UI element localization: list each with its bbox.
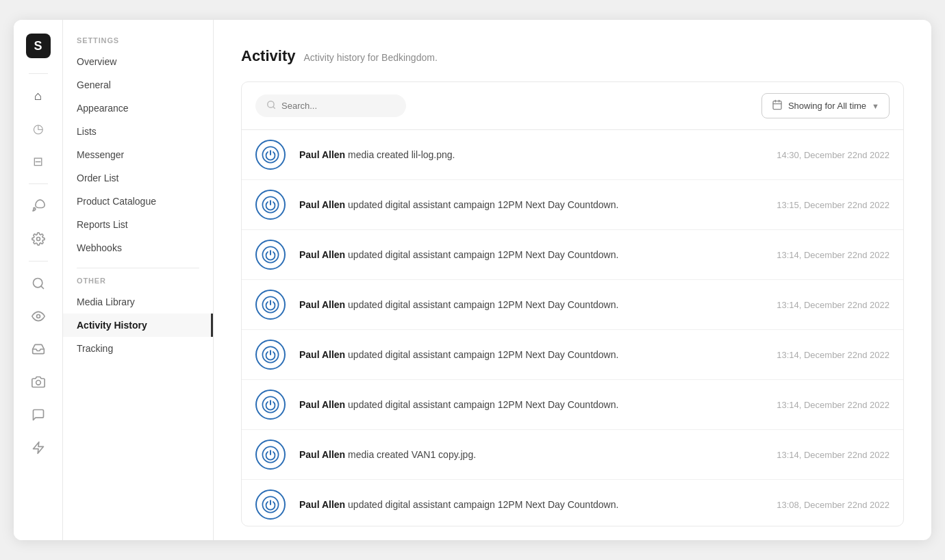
activity-user: Paul Allen	[299, 249, 345, 260]
activity-row: Paul Allen updated digital assistant cam…	[242, 480, 903, 526]
activity-time: 13:14, December 22nd 2022	[777, 300, 890, 310]
activity-row: Paul Allen updated digital assistant cam…	[242, 380, 903, 430]
activity-time: 13:15, December 22nd 2022	[777, 200, 890, 210]
rocket-icon[interactable]	[25, 192, 52, 220]
activity-avatar	[255, 340, 286, 370]
gear-icon[interactable]	[25, 225, 52, 253]
activity-text: Paul Allen updated digital assistant cam…	[299, 249, 763, 260]
clock-icon[interactable]: ◷	[25, 115, 52, 142]
page-header: Activity Activity history for Bedkingdom…	[241, 47, 904, 65]
page-title: Activity	[241, 47, 295, 65]
svg-point-3	[36, 315, 40, 318]
other-section-label: OTHER	[63, 277, 213, 290]
activity-action: updated digital assistant campaign 12PM …	[345, 349, 618, 360]
activity-user: Paul Allen	[299, 449, 345, 460]
activity-time: 14:30, December 22nd 2022	[777, 150, 890, 160]
activity-list: Paul Allen media created lil-log.png. 14…	[242, 130, 903, 526]
sidebar-item-activity-history[interactable]: Activity History	[63, 314, 213, 337]
rail-divider-1	[29, 73, 48, 74]
sidebar-item-reports-list[interactable]: Reports List	[63, 213, 213, 236]
activity-avatar	[255, 240, 286, 270]
chat-icon[interactable]	[25, 401, 52, 429]
activity-row: Paul Allen media created lil-log.png. 14…	[242, 130, 903, 180]
camera-icon[interactable]	[25, 368, 52, 396]
content-card: Showing for All time ▼ Paul Allen media …	[241, 81, 904, 526]
svg-rect-8	[773, 101, 781, 110]
svg-point-0	[36, 238, 40, 241]
stack-icon[interactable]: ⊟	[25, 148, 52, 175]
filter-button[interactable]: Showing for All time ▼	[761, 93, 890, 118]
svg-line-2	[40, 286, 43, 289]
sidebar-item-product-catalogue[interactable]: Product Catalogue	[63, 190, 213, 213]
sidebar: SETTINGS Overview General Appearance Lis…	[63, 20, 214, 540]
activity-text: Paul Allen updated digital assistant cam…	[299, 199, 763, 210]
activity-row: Paul Allen updated digital assistant cam…	[242, 330, 903, 380]
activity-action: updated digital assistant campaign 12PM …	[345, 299, 618, 310]
activity-avatar	[255, 440, 286, 470]
sidebar-item-messenger[interactable]: Messenger	[63, 143, 213, 166]
activity-user: Paul Allen	[299, 399, 345, 410]
chevron-down-icon: ▼	[872, 102, 879, 110]
settings-section-label: SETTINGS	[63, 36, 213, 50]
activity-action: updated digital assistant campaign 12PM …	[345, 399, 618, 410]
home-icon[interactable]: ⌂	[25, 82, 52, 110]
activity-time: 13:14, December 22nd 2022	[777, 350, 890, 360]
activity-avatar	[255, 290, 286, 320]
sidebar-separator	[77, 268, 199, 268]
activity-action: updated digital assistant campaign 12PM …	[345, 199, 618, 210]
activity-text: Paul Allen media created lil-log.png.	[299, 149, 763, 160]
activity-row: Paul Allen updated digital assistant cam…	[242, 230, 903, 280]
icon-rail: S ⌂ ◷ ⊟	[14, 20, 63, 540]
activity-user: Paul Allen	[299, 299, 345, 310]
activity-time: 13:14, December 22nd 2022	[777, 400, 890, 410]
activity-avatar	[255, 140, 286, 170]
sidebar-item-lists[interactable]: Lists	[63, 120, 213, 143]
sidebar-item-general[interactable]: General	[63, 73, 213, 97]
rail-divider-3	[29, 261, 48, 262]
activity-text: Paul Allen updated digital assistant cam…	[299, 349, 763, 360]
activity-row: Paul Allen media created VAN1 copy.jpg. …	[242, 430, 903, 480]
svg-point-4	[36, 381, 40, 385]
svg-marker-5	[33, 442, 43, 454]
sidebar-item-order-list[interactable]: Order List	[63, 166, 213, 190]
sidebar-item-webhooks[interactable]: Webhooks	[63, 236, 213, 259]
eye-icon[interactable]	[25, 303, 52, 330]
svg-line-7	[273, 107, 275, 109]
calendar-icon	[772, 99, 783, 112]
activity-avatar	[255, 190, 286, 220]
filter-label: Showing for All time	[788, 101, 866, 111]
search-box[interactable]	[255, 94, 406, 117]
app-logo: S	[26, 34, 51, 58]
page-subtitle: Activity history for Bedkingdom.	[303, 52, 437, 63]
activity-action: media created VAN1 copy.jpg.	[345, 449, 476, 460]
main-content: Activity Activity history for Bedkingdom…	[214, 20, 931, 540]
card-toolbar: Showing for All time ▼	[242, 82, 903, 130]
lightning-icon[interactable]	[25, 434, 52, 461]
activity-text: Paul Allen updated digital assistant cam…	[299, 499, 763, 510]
activity-action: media created lil-log.png.	[345, 149, 455, 160]
activity-user: Paul Allen	[299, 199, 345, 210]
sidebar-item-appearance[interactable]: Appearance	[63, 97, 213, 120]
activity-user: Paul Allen	[299, 149, 345, 160]
activity-time: 13:14, December 22nd 2022	[777, 450, 890, 460]
sidebar-item-overview[interactable]: Overview	[63, 50, 213, 73]
activity-time: 13:14, December 22nd 2022	[777, 250, 890, 260]
sidebar-item-media-library[interactable]: Media Library	[63, 290, 213, 314]
activity-row: Paul Allen updated digital assistant cam…	[242, 280, 903, 330]
search-input[interactable]	[281, 101, 395, 111]
activity-user: Paul Allen	[299, 349, 345, 360]
inbox-icon[interactable]	[25, 335, 52, 363]
activity-row: Paul Allen updated digital assistant cam…	[242, 180, 903, 230]
activity-text: Paul Allen updated digital assistant cam…	[299, 299, 763, 310]
search-icon	[266, 100, 276, 112]
activity-text: Paul Allen updated digital assistant cam…	[299, 399, 763, 410]
activity-user: Paul Allen	[299, 499, 345, 510]
activity-avatar	[255, 390, 286, 420]
activity-avatar	[255, 489, 286, 520]
activity-action: updated digital assistant campaign 12PM …	[345, 249, 618, 260]
sidebar-item-tracking[interactable]: Tracking	[63, 337, 213, 360]
rail-divider-2	[29, 183, 48, 184]
activity-time: 13:08, December 22nd 2022	[777, 500, 890, 510]
search-rail-icon[interactable]	[25, 270, 52, 297]
activity-text: Paul Allen media created VAN1 copy.jpg.	[299, 449, 763, 460]
